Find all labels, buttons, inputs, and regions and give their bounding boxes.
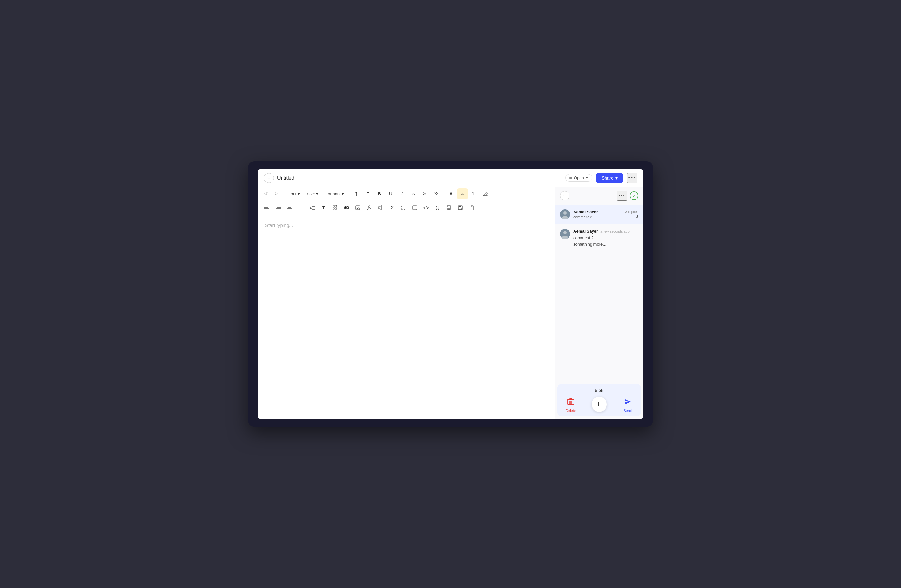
- voice-pause-button[interactable]: ⏸: [592, 397, 607, 412]
- voice-delete-button[interactable]: Delete: [565, 396, 577, 412]
- superscript-btn[interactable]: X²: [431, 188, 442, 199]
- undo-button[interactable]: ↺: [261, 189, 271, 199]
- grid-btn[interactable]: [330, 202, 340, 213]
- trash-icon: [565, 396, 577, 408]
- header: ← Untitled Open ▾ Share ▾ •••: [257, 169, 644, 187]
- summary-text: comment 2: [573, 215, 622, 219]
- comment-item: Aemal Sayer a few seconds ago comment 2 …: [560, 229, 638, 247]
- formats-arrow-icon: ▾: [342, 191, 344, 196]
- comments-panel: ← ••• ✓: [555, 187, 644, 419]
- align-left-icon: [264, 205, 269, 210]
- link-btn[interactable]: [341, 202, 352, 213]
- align-right-btn[interactable]: [273, 202, 284, 213]
- bold-btn[interactable]: B: [374, 188, 385, 199]
- comments-more-dots: •••: [619, 193, 625, 198]
- toolbar-row-1: ↺ ↻ Font ▾ Size ▾ Formats: [261, 187, 551, 201]
- share-button[interactable]: Share ▾: [596, 173, 623, 183]
- voice-controls: Delete ⏸ Send: [563, 396, 636, 412]
- svg-rect-21: [355, 206, 360, 210]
- align-left-btn[interactable]: [261, 202, 272, 213]
- svg-rect-18: [335, 205, 337, 207]
- font-dropdown[interactable]: Font ▾: [285, 190, 303, 198]
- svg-rect-32: [459, 206, 461, 207]
- svg-point-30: [450, 208, 450, 208]
- align-center-btn[interactable]: [284, 202, 295, 213]
- mention-btn[interactable]: @: [432, 202, 443, 213]
- header-more-button[interactable]: •••: [627, 173, 637, 183]
- header-left: ← Untitled: [264, 173, 565, 183]
- link-icon: [344, 206, 349, 209]
- clear-format-btn[interactable]: [480, 188, 491, 199]
- separator-1: [283, 190, 283, 197]
- status-dot: [569, 177, 572, 179]
- save-icon: [458, 205, 463, 210]
- formats-dropdown[interactable]: Formats ▾: [322, 190, 347, 198]
- audio-btn[interactable]: [375, 202, 386, 213]
- svg-point-23: [368, 206, 370, 208]
- highlight-btn[interactable]: A: [457, 188, 468, 199]
- clipboard-btn[interactable]: [466, 202, 477, 213]
- divider-btn[interactable]: —: [296, 202, 306, 213]
- voice-time: 9:58: [595, 388, 603, 393]
- size-dropdown[interactable]: Size ▾: [304, 190, 321, 198]
- blockquote-btn[interactable]: ": [363, 188, 373, 199]
- summary-count: 3 replies 2: [625, 210, 638, 219]
- expand-btn[interactable]: [398, 202, 409, 213]
- toolbar: ↺ ↻ Font ▾ Size ▾ Formats: [257, 187, 555, 215]
- ordered-list-icon: 1.: [310, 205, 315, 210]
- thread-time: a few seconds ago: [600, 230, 630, 233]
- app-window: ← Untitled Open ▾ Share ▾ •••: [257, 169, 644, 419]
- status-badge[interactable]: Open ▾: [565, 174, 592, 182]
- align-center-icon: [287, 205, 292, 210]
- editor-body[interactable]: Start typing...: [257, 215, 555, 419]
- comments-back-button[interactable]: ←: [560, 191, 569, 201]
- text-style-btn[interactable]: T: [469, 188, 479, 199]
- summary-author: Aemal Sayer: [573, 210, 622, 214]
- ordered-list-btn[interactable]: 1.: [307, 202, 318, 213]
- strikethrough-btn[interactable]: S: [408, 188, 419, 199]
- card-btn[interactable]: [409, 202, 420, 213]
- font-arrow-icon: ▾: [298, 191, 300, 196]
- formula-btn[interactable]: Σ: [387, 202, 398, 213]
- svg-rect-20: [335, 208, 337, 209]
- eraser-icon: [483, 191, 488, 196]
- formats-label: Formats: [325, 191, 340, 196]
- print-btn[interactable]: [444, 202, 454, 213]
- device-frame: ← Untitled Open ▾ Share ▾ •••: [248, 161, 653, 427]
- comments-back-icon: ←: [563, 193, 567, 198]
- paragraph-btn[interactable]: ¶: [351, 188, 362, 199]
- comments-more: ••• ✓: [617, 191, 638, 201]
- size-arrow-icon: ▾: [316, 191, 318, 196]
- subscript-btn[interactable]: X₂: [419, 188, 430, 199]
- template-btn[interactable]: [364, 202, 374, 213]
- main-content: ↺ ↻ Font ▾ Size ▾ Formats: [257, 187, 644, 419]
- svg-rect-19: [333, 208, 334, 209]
- italic-btn[interactable]: I: [397, 188, 407, 199]
- table-text-btn[interactable]: T: [318, 202, 329, 213]
- save-toolbar-btn[interactable]: [455, 202, 466, 213]
- thread-author: Aemal Sayer: [573, 229, 598, 233]
- underline-btn[interactable]: U: [385, 188, 396, 199]
- comments-more-button[interactable]: •••: [617, 191, 627, 201]
- comment-summary-item[interactable]: Aemal Sayer comment 2 3 replies 2: [555, 205, 644, 224]
- redo-button[interactable]: ↻: [271, 189, 281, 199]
- grid-icon: [333, 205, 337, 210]
- editor-placeholder: Start typing...: [265, 222, 293, 228]
- separator-2: [349, 190, 349, 197]
- print-icon: [446, 205, 452, 210]
- code-btn[interactable]: </>: [421, 202, 432, 213]
- resolve-button[interactable]: ✓: [630, 191, 638, 200]
- svg-rect-25: [413, 206, 417, 210]
- text-color-btn[interactable]: A: [446, 188, 457, 199]
- image-btn[interactable]: [352, 202, 363, 213]
- header-right: Open ▾ Share ▾ •••: [565, 173, 637, 183]
- svg-rect-17: [333, 205, 334, 207]
- voice-message: 9:58: [557, 384, 641, 416]
- align-right-icon: [276, 205, 281, 210]
- thread-meta: Aemal Sayer a few seconds ago: [573, 229, 638, 233]
- back-icon: ←: [267, 176, 271, 180]
- voice-delete-label: Delete: [566, 409, 576, 412]
- voice-send-button[interactable]: Send: [622, 396, 633, 412]
- back-button[interactable]: ←: [264, 173, 274, 183]
- svg-marker-24: [379, 205, 381, 210]
